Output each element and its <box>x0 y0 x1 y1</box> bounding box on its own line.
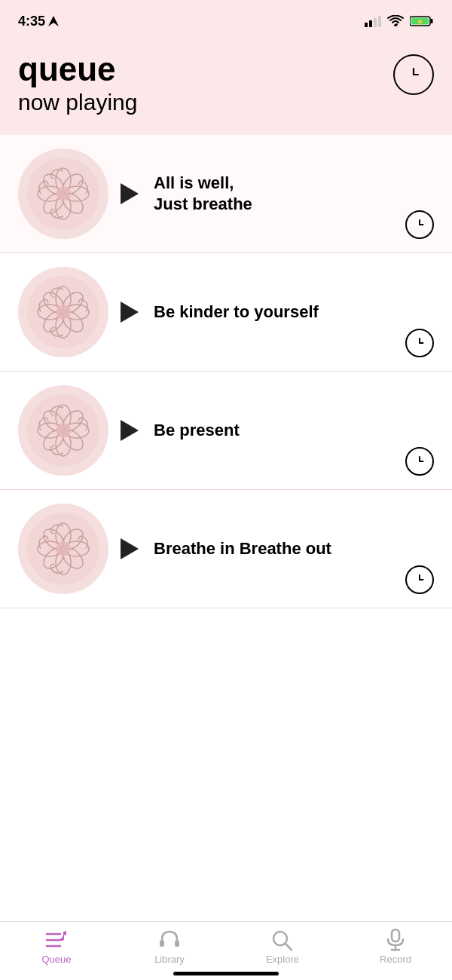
clock-small-svg <box>412 572 427 587</box>
floral-art <box>26 274 101 350</box>
wifi-icon <box>387 15 404 27</box>
tab-queue[interactable]: Queue <box>0 929 113 965</box>
track-info-4: Breathe in Breathe out <box>154 538 434 560</box>
location-icon <box>48 16 59 26</box>
battery-icon: ⚡ <box>410 15 434 27</box>
track-title-3: Be present <box>154 420 434 442</box>
record-tab-icon <box>384 929 407 951</box>
clock-small-svg <box>412 335 427 351</box>
clock-icon-large <box>403 64 424 85</box>
track-info-1: All is well,Just breathe <box>154 173 434 216</box>
play-button-3[interactable] <box>121 420 139 441</box>
signal-icon <box>365 16 381 27</box>
header: queue now playing <box>0 39 452 135</box>
svg-point-61 <box>60 938 64 941</box>
explore-tab-label: Explore <box>266 954 299 965</box>
status-time: 4:35 <box>18 14 59 29</box>
floral-art <box>26 393 101 468</box>
svg-rect-66 <box>392 929 399 942</box>
track-title-4: Breathe in Breathe out <box>154 538 434 560</box>
svg-text:⚡: ⚡ <box>416 17 425 26</box>
play-button-4[interactable] <box>121 538 139 559</box>
add-to-queue-icon-4[interactable] <box>405 565 434 594</box>
queue-tab-icon <box>45 929 68 951</box>
search-icon <box>271 929 294 951</box>
track-item: All is well,Just breathe <box>0 135 452 253</box>
track-item: Be kinder to yourself <box>0 253 452 372</box>
home-indicator <box>173 972 279 975</box>
clock-small-svg <box>412 217 427 232</box>
add-to-queue-icon-3[interactable] <box>405 447 434 476</box>
svg-point-1 <box>394 24 397 27</box>
track-clock-4[interactable] <box>405 565 434 594</box>
track-thumbnail <box>18 385 108 476</box>
tab-explore[interactable]: Explore <box>226 929 339 965</box>
track-item: Breathe in Breathe out <box>0 490 452 608</box>
page-subtitle: now playing <box>18 87 137 117</box>
svg-point-42 <box>56 423 71 438</box>
add-to-queue-icon-1[interactable] <box>405 210 434 239</box>
clock-small-svg <box>412 454 427 469</box>
tab-library[interactable]: Library <box>113 929 226 965</box>
queue-tab-label: Queue <box>41 954 71 965</box>
track-info-2: Be kinder to yourself <box>154 302 434 323</box>
track-thumbnail <box>18 149 108 239</box>
floral-art <box>26 156 101 231</box>
page-title: queue <box>18 51 137 87</box>
play-button-1[interactable] <box>121 183 139 204</box>
library-tab-icon <box>158 929 181 951</box>
track-list: All is well,Just breathe <box>0 135 452 608</box>
track-title-1: All is well,Just breathe <box>154 173 434 216</box>
add-to-queue-icon-2[interactable] <box>405 329 434 357</box>
play-button-2[interactable] <box>121 302 139 323</box>
record-tab-label: Record <box>380 954 411 965</box>
tab-record[interactable]: Record <box>339 929 452 965</box>
floral-art <box>26 511 101 586</box>
svg-rect-3 <box>431 19 433 23</box>
header-text: queue now playing <box>18 51 137 117</box>
track-thumbnail <box>18 267 108 357</box>
svg-rect-62 <box>160 940 164 947</box>
svg-marker-0 <box>48 16 59 26</box>
svg-rect-63 <box>175 940 179 947</box>
svg-point-54 <box>56 541 71 556</box>
track-title-2: Be kinder to yourself <box>154 302 434 323</box>
explore-tab-icon <box>271 929 294 951</box>
headphones-icon <box>158 929 181 951</box>
svg-point-18 <box>56 186 71 201</box>
track-item: Be present <box>0 372 452 490</box>
track-clock-2[interactable] <box>405 329 434 357</box>
time-display: 4:35 <box>18 14 45 29</box>
library-tab-label: Library <box>154 954 185 965</box>
track-info-3: Be present <box>154 420 434 442</box>
svg-line-65 <box>286 944 292 950</box>
status-bar: 4:35 ⚡ <box>0 0 452 39</box>
track-thumbnail <box>18 504 108 594</box>
track-clock-1[interactable] <box>405 210 434 239</box>
microphone-icon <box>386 929 405 951</box>
svg-point-30 <box>56 305 71 320</box>
track-clock-3[interactable] <box>405 447 434 476</box>
queue-icon <box>45 930 68 950</box>
status-icons: ⚡ <box>365 15 434 27</box>
history-button[interactable] <box>393 54 434 95</box>
